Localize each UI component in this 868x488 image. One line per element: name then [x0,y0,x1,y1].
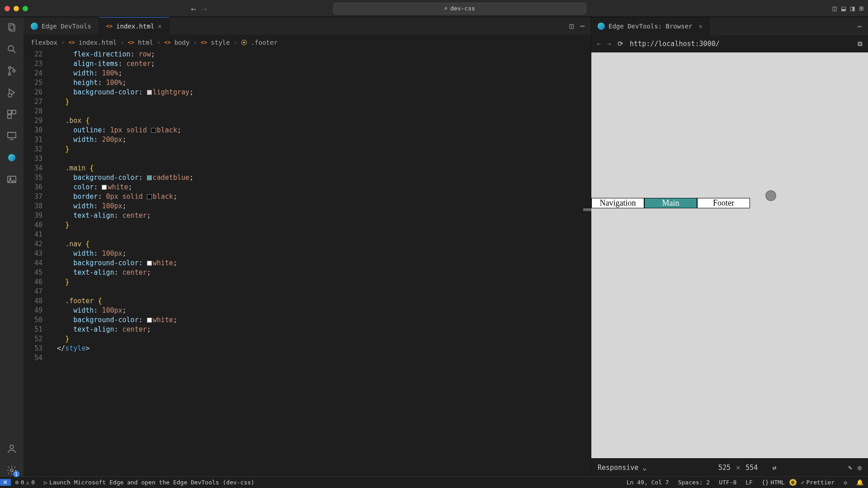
maximize-window-icon[interactable] [23,6,28,11]
scroll-handle[interactable] [583,208,591,211]
activity-bar [0,17,24,476]
remote-explorer-icon[interactable] [6,130,18,142]
window-controls [5,6,28,11]
main-box: Main [644,198,697,208]
nav-forward-icon[interactable]: → [202,3,207,14]
braces-icon: {} [762,479,769,486]
device-toolbar: Responsive ⌄ 525 × 554 ⇄ ✎ ◎ [591,458,868,476]
svg-rect-0 [9,23,14,30]
settings-icon[interactable] [6,465,18,476]
edge-icon [31,23,38,30]
html-file-icon: <> [68,39,75,46]
responsive-dropdown[interactable]: Responsive ⌄ [598,464,646,472]
image-icon[interactable] [6,174,18,185]
warning-icon: ⚠ [26,479,29,486]
svg-point-17 [10,469,13,472]
problems[interactable]: ⊘0 ⚠0 [11,479,39,486]
html-file-icon: <> [106,23,113,29]
more-icon[interactable]: ⋯ [857,22,862,31]
search-icon: ⌕ [444,5,448,12]
grid-icon[interactable]: ⊞ [859,4,863,13]
browser-forward-icon[interactable]: → [607,40,611,48]
tag-icon: <> [164,39,170,46]
tab-label: Edge DevTools [42,23,91,30]
footer-box: Footer [697,198,750,208]
tab-label: Edge DevTools: Browser [609,23,692,30]
wand-icon[interactable]: ✎ [848,464,852,472]
split-editor-icon[interactable]: ◫ [570,22,574,30]
run-debug-icon[interactable] [6,87,18,99]
crumb[interactable]: style [211,39,230,46]
code-editor[interactable]: 22 23 24 25 26 27 28 29 30 31 32 33 34 3… [24,50,591,476]
close-icon[interactable]: × [736,464,740,472]
page-preview[interactable]: Navigation Main Footer [591,52,868,458]
layout-icon[interactable]: ◫ [832,4,837,13]
check-icon: ✓ [801,479,805,486]
svg-rect-11 [8,115,11,118]
svg-rect-12 [8,132,16,138]
eol[interactable]: LF [741,479,757,486]
live-preview-icon[interactable]: ⊕ [789,479,797,486]
cursor-position[interactable]: Ln 49, Col 7 [622,479,674,486]
nav-box: Navigation [591,198,644,208]
edge-icon [598,23,605,30]
svg-rect-1 [10,25,15,31]
close-icon[interactable]: × [698,23,702,30]
nav-back-icon[interactable]: ← [191,3,196,14]
browser-back-icon[interactable]: ← [597,40,601,48]
indentation[interactable]: Spaces: 2 [674,479,714,486]
bell-icon[interactable]: ◇ [839,479,852,486]
crumb[interactable]: html [138,39,153,46]
tag-icon: <> [201,39,207,46]
titlebar: ← → ⌕ dev-css ◫ ⬓ ◨ ⊞ [0,0,868,17]
svg-rect-10 [12,110,16,114]
crumb[interactable]: .footer [251,39,278,46]
notifications-icon[interactable]: 🔔 [852,479,868,486]
devtools-dock-icon[interactable]: ⧉ [858,40,863,48]
browser-panel: Edge DevTools: Browser × ⋯ ← → ⟳ http://… [591,17,868,476]
browser-toolbar: ← → ⟳ http://localhost:3000/ ⧉ [591,35,868,52]
flex-row: Navigation Main Footer [591,198,750,208]
url-input[interactable]: http://localhost:3000/ [630,40,851,48]
crumb[interactable]: index.html [79,39,117,46]
prettier[interactable]: ✓ Prettier [797,479,839,486]
extensions-icon[interactable] [6,108,18,120]
remote-indicator[interactable]: ⌘ [0,479,11,486]
svg-point-8 [8,94,12,97]
tab-edge-devtools[interactable]: Edge DevTools [24,17,99,35]
launch-task[interactable]: ▷ Launch Microsoft Edge and open the Edg… [39,479,259,486]
svg-rect-9 [8,110,11,114]
tag-icon: <> [128,39,134,46]
svg-line-3 [13,51,15,53]
panel-bottom-icon[interactable]: ⬓ [841,4,846,13]
svg-point-2 [8,46,14,51]
editor-tabs: Edge DevTools <> index.html × ◫ ⋯ [24,17,591,35]
crumb[interactable]: body [175,39,190,46]
target-icon[interactable]: ◎ [858,464,862,472]
tab-index-html[interactable]: <> index.html × [99,17,170,35]
explorer-icon[interactable] [6,22,18,33]
tab-devtools-browser[interactable]: Edge DevTools: Browser × [591,17,709,35]
svg-point-6 [13,70,15,72]
title-search[interactable]: ⌕ dev-css [333,3,586,14]
more-icon[interactable]: ⋯ [580,22,585,30]
close-window-icon[interactable] [5,6,10,11]
status-bar: ⌘ ⊘0 ⚠0 ▷ Launch Microsoft Edge and open… [0,476,868,488]
viewport-width[interactable]: 525 [718,464,731,472]
source-control-icon[interactable] [6,65,18,77]
rotate-icon[interactable]: ⇄ [772,464,776,472]
language-mode[interactable]: {} HTML [757,479,789,486]
search-icon[interactable] [6,43,18,55]
play-icon: ▷ [44,479,47,486]
crumb[interactable]: flexbox [31,39,57,46]
account-icon[interactable] [6,443,18,455]
minimize-window-icon[interactable] [14,6,19,11]
reload-icon[interactable]: ⟳ [618,40,623,48]
viewport-height[interactable]: 554 [745,464,758,472]
breadcrumbs[interactable]: flexbox› <> index.html› <> html› <> body… [24,35,591,50]
encoding[interactable]: UTF-8 [714,479,741,486]
chevron-down-icon: ⌄ [642,464,646,472]
edge-tools-icon[interactable] [6,152,18,164]
close-icon[interactable]: × [158,23,161,30]
panel-right-icon[interactable]: ◨ [850,4,855,13]
